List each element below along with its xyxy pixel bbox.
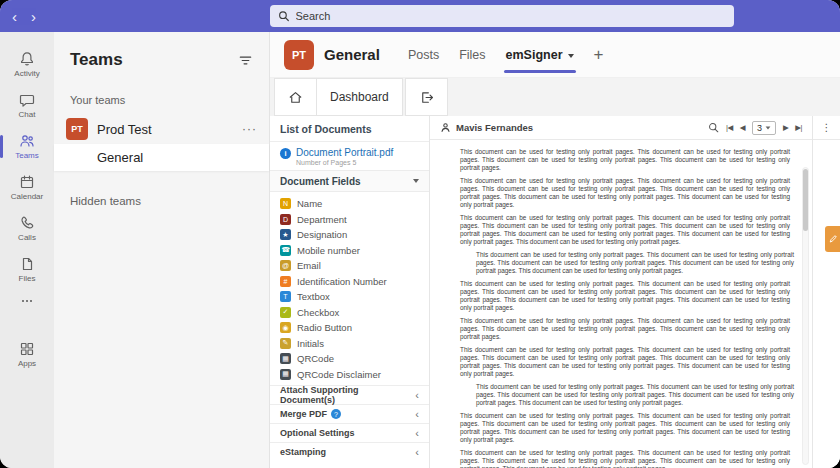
teams-icon [19,133,35,149]
page-number-select[interactable]: 3 [752,121,776,135]
team-avatar: PT [66,118,88,140]
document-field-item[interactable]: D Department [270,212,429,228]
field-label: Checkbox [297,307,339,318]
section-label: Attach Supporting Document(s) [280,385,411,405]
dashboard-tab[interactable]: Dashboard [316,78,403,116]
sidebar-item-apps[interactable]: Apps [0,334,54,375]
document-field-item[interactable]: @ Email [270,258,429,274]
chevron-down-icon [568,54,574,58]
sign-out-button[interactable] [405,78,448,116]
signature-tag[interactable] [825,226,840,252]
panel-section[interactable]: Optional Settings ‹ [270,423,429,442]
history-nav: ‹ › [12,0,36,32]
sidebar-item-chat[interactable]: Chat [0,85,54,126]
document-field-item[interactable]: ✎ Initials [270,336,429,352]
viewer-scrollbar[interactable] [802,167,809,465]
sidebar-more-button[interactable] [0,290,54,318]
zoom-icon[interactable] [708,122,719,133]
next-page-button[interactable]: ▶ [783,123,788,132]
panel-title: Teams [70,50,123,70]
rail-label: Apps [18,359,36,368]
home-tab[interactable] [274,78,317,116]
field-icon: @ [280,260,291,271]
channel-tab[interactable]: Files [449,32,495,78]
chevron-icon: ‹ [415,428,419,439]
right-strip: ⋮ [812,116,840,468]
field-label: Textbox [297,291,330,302]
field-label: Identification Number [297,276,387,287]
channel-avatar: PT [284,40,314,70]
app-rail: Activity Chat Teams Calendar Calls Files… [0,32,54,468]
sidebar-item-calls[interactable]: Calls [0,208,54,249]
document-field-item[interactable]: ☎ Mobile number [270,243,429,259]
document-paragraph: This document can be used for testing on… [460,412,790,444]
document-fields-list: N Name D Department ★ Designation [270,192,429,385]
sidebar-item-calendar[interactable]: Calendar [0,167,54,208]
strip-more-button[interactable]: ⋮ [813,116,840,140]
sidebar-item-files[interactable]: Files [0,249,54,290]
team-item-prod-test[interactable]: PT Prod Test ··· [54,114,269,144]
previous-page-button[interactable]: ◀ [740,123,745,132]
panel-section[interactable]: eStamping ‹ [270,442,429,461]
document-field-item[interactable]: ✓ Checkbox [270,305,429,321]
page-number: 3 [757,123,762,133]
panel-section[interactable]: Attach Supporting Document(s) ‹ [270,385,429,404]
tab-label: emSigner [506,48,563,62]
channel-tab[interactable]: emSigner [496,32,584,78]
document-field-item[interactable]: ◉ Radio Button [270,320,429,336]
documents-panel: List of Documents i Document Portrait.pd… [270,116,430,468]
chat-icon [19,92,35,108]
last-page-button[interactable]: ▶| [795,123,802,132]
field-icon: ▦ [280,353,291,364]
rail-label: Activity [14,69,39,78]
filter-button[interactable] [238,53,253,68]
document-field-item[interactable]: ★ Designation [270,227,429,243]
document-field-item[interactable]: # Identification Number [270,274,429,290]
field-icon: # [280,276,291,287]
rail-label: Calendar [11,192,43,201]
sidebar-item-activity[interactable]: Activity [0,44,54,85]
info-icon[interactable]: i [280,148,291,159]
document-fields-header[interactable]: Document Fields [270,170,429,192]
team-more-options-icon[interactable]: ··· [242,122,257,136]
apps-icon [19,341,35,357]
document-field-item[interactable]: N Name [270,196,429,212]
signer-name: Mavis Fernandes [456,122,533,133]
calendar-icon [19,174,35,190]
files-icon [19,256,35,272]
document-paragraph: This document can be used for testing on… [460,148,790,172]
document-name-link[interactable]: Document Portrait.pdf [296,147,393,158]
hidden-teams-label[interactable]: Hidden teams [54,171,269,231]
channel-tabs: Posts Files emSigner [398,32,584,78]
rail-label: Files [19,274,36,283]
channel-tab[interactable]: Posts [398,32,449,78]
scrollbar-thumb[interactable] [803,169,808,231]
document-page[interactable]: This document can be used for testing on… [430,140,812,468]
field-icon: N [280,198,291,209]
first-page-button[interactable]: |◀ [726,123,733,132]
field-label: Mobile number [297,245,360,256]
field-label: Radio Button [297,322,352,333]
back-button[interactable]: ‹ [12,9,17,24]
search-input[interactable] [296,10,726,22]
team-name: Prod Test [97,122,233,137]
field-icon: ◉ [280,322,291,333]
document-field-item[interactable]: ▦ QRCode [270,351,429,367]
help-icon[interactable]: ? [331,409,341,419]
channel-item-general[interactable]: General [54,144,269,171]
panel-sections: Attach Supporting Document(s) ‹ Merge PD… [270,385,429,461]
sidebar-item-teams[interactable]: Teams [0,126,54,167]
chevron-icon: ‹ [415,447,419,458]
bell-icon [19,51,35,67]
sign-out-icon [419,90,434,105]
document-field-item[interactable]: ▦ QRCode Disclaimer [270,367,429,383]
panel-section[interactable]: Merge PDF ? ‹ [270,404,429,423]
search-box[interactable] [270,5,734,27]
add-tab-button[interactable]: + [594,45,604,65]
document-field-item[interactable]: T Textbox [270,289,429,305]
forward-button[interactable]: › [31,9,36,24]
chevron-down-icon [413,179,419,183]
document-page-count: Number of Pages 5 [296,159,393,166]
document-list-item[interactable]: i Document Portrait.pdf Number of Pages … [270,142,429,170]
channel-title: General [324,46,380,63]
